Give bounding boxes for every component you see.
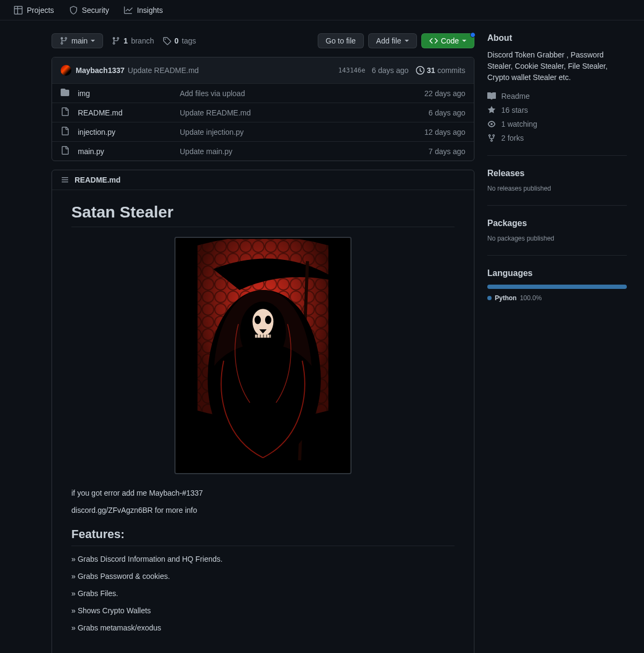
readme-filename[interactable]: README.md (75, 176, 121, 184)
about-title: About (487, 33, 627, 43)
svg-point-4 (254, 316, 261, 324)
packages-title[interactable]: Packages (487, 219, 627, 228)
forks-link[interactable]: 2 forks (487, 134, 627, 142)
packages-section: Packages No packages published (487, 219, 627, 256)
file-navigation: main 1branch 0tags Go to file Add file C… (52, 33, 474, 48)
nav-insights[interactable]: Insights (119, 2, 168, 19)
watching-link[interactable]: 1 watching (487, 120, 627, 128)
table-icon (14, 6, 23, 14)
features-heading: Features: (71, 527, 455, 546)
feature-item: » Grabs metamask/exodus (71, 623, 455, 632)
languages-section: Languages Python 100.0% (487, 269, 627, 315)
file-icon (61, 127, 69, 137)
nav-security[interactable]: Security (64, 2, 115, 19)
graph-icon (124, 6, 133, 14)
feature-item: » Grabs Password & cookies. (71, 572, 455, 581)
commit-author[interactable]: Maybach1337 (76, 66, 125, 75)
file-commit-msg[interactable]: Update injection.py (180, 128, 425, 136)
history-icon (416, 66, 425, 75)
list-icon[interactable] (61, 176, 69, 184)
file-name[interactable]: main.py (78, 147, 180, 156)
file-age: 12 days ago (425, 128, 465, 136)
file-name[interactable]: img (78, 89, 180, 98)
repo-subnav: Projects Security Insights (0, 0, 644, 20)
file-row: main.py Update main.py 7 days ago (52, 142, 474, 161)
commit-time: 6 days ago (372, 66, 409, 75)
branches-link[interactable]: 1branch (112, 37, 154, 45)
readme-title: Satan Stealer (71, 203, 455, 227)
chevron-down-icon (462, 40, 466, 42)
readme-box: README.md Satan Stealer (52, 170, 474, 653)
readme-content: Satan Stealer (52, 190, 474, 653)
readme-p1: if you got error add me Maybach-#1337 (71, 489, 455, 497)
feature-item: » Grabs Files. (71, 589, 455, 598)
tags-link[interactable]: 0tags (163, 37, 196, 45)
latest-commit: Maybach1337 Update README.md 143146e 6 d… (52, 57, 474, 84)
shield-icon (69, 6, 78, 14)
chevron-down-icon (91, 40, 95, 42)
readme-image (174, 237, 352, 474)
feature-item: » Shows Crypto Wallets (71, 606, 455, 615)
file-list-box: Maybach1337 Update README.md 143146e 6 d… (52, 57, 474, 161)
file-icon (61, 146, 69, 156)
file-row: img Add files via upload 22 days ago (52, 84, 474, 103)
language-dot-icon (487, 296, 492, 300)
commit-message[interactable]: Update README.md (128, 66, 199, 75)
file-name[interactable]: README.md (78, 108, 180, 117)
branch-picker[interactable]: main (52, 33, 103, 48)
readme-link[interactable]: Readme (487, 92, 627, 100)
file-commit-msg[interactable]: Add files via upload (180, 89, 425, 98)
star-icon (487, 106, 496, 114)
fork-icon (487, 134, 496, 142)
feature-item: » Grabs Discord Information and HQ Frien… (71, 555, 455, 563)
file-age: 7 days ago (429, 147, 466, 156)
file-age: 6 days ago (429, 108, 466, 117)
about-section: About Discord Token Grabber , Password S… (487, 33, 627, 156)
releases-title[interactable]: Releases (487, 169, 627, 178)
tag-icon (163, 37, 171, 45)
file-commit-msg[interactable]: Update README.md (180, 108, 429, 117)
file-row: README.md Update README.md 6 days ago (52, 103, 474, 122)
file-icon (61, 107, 69, 118)
releases-section: Releases No releases published (487, 169, 627, 206)
code-button[interactable]: Code (421, 33, 474, 48)
chevron-down-icon (405, 40, 409, 42)
language-item[interactable]: Python 100.0% (487, 294, 627, 302)
commit-sha[interactable]: 143146e (338, 67, 365, 74)
file-row: injection.py Update injection.py 12 days… (52, 122, 474, 142)
code-icon (429, 37, 438, 45)
packages-empty: No packages published (487, 235, 627, 242)
file-commit-msg[interactable]: Update main.py (180, 147, 429, 156)
go-to-file-button[interactable]: Go to file (318, 33, 364, 48)
file-name[interactable]: injection.py (78, 128, 180, 136)
directory-icon (61, 88, 69, 98)
file-age: 22 days ago (425, 89, 465, 98)
avatar[interactable] (61, 65, 71, 76)
eye-icon (487, 120, 496, 128)
stars-link[interactable]: 16 stars (487, 106, 627, 114)
about-description: Discord Token Grabber , Password Stealer… (487, 49, 627, 83)
readme-header: README.md (52, 170, 474, 190)
branch-icon (60, 37, 68, 45)
commits-link[interactable]: 31 commits (416, 66, 465, 75)
languages-title: Languages (487, 269, 627, 278)
readme-p2: discord.gg/ZFvAgzn6BR for more info (71, 506, 455, 514)
language-bar[interactable] (487, 285, 627, 289)
branch-icon (112, 37, 120, 45)
svg-point-5 (265, 316, 272, 324)
add-file-button[interactable]: Add file (368, 33, 417, 48)
nav-projects[interactable]: Projects (9, 2, 60, 19)
releases-empty: No releases published (487, 185, 627, 192)
book-icon (487, 92, 496, 100)
